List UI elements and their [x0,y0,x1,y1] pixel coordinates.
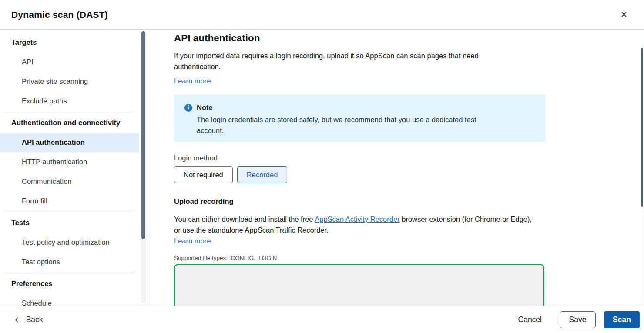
sidebar-section-targets: Targets [0,33,139,52]
appscan-activity-recorder-link[interactable]: AppScan Activity Recorder [315,215,399,223]
sidebar-item-http-authentication[interactable]: HTTP authentication [0,152,139,172]
dialog-footer: ‹ Back Cancel Save Scan [0,306,644,333]
sidebar-item-test-policy[interactable]: Test policy and optimization [0,233,139,252]
dialog-body: Targets API Private site scanning Exclud… [0,30,644,306]
intro-text: If your imported data requires a login r… [174,50,518,72]
note-header: i Note [184,103,535,112]
login-method-recorded-button[interactable]: Recorded [237,166,288,183]
login-method-label: Login method [174,154,545,162]
login-method-not-required-button[interactable]: Not required [174,166,233,183]
dynamic-scan-dialog: Dynamic scan (DAST) ✕ Targets API Privat… [0,0,644,333]
sidebar-divider [3,212,134,212]
sidebar-item-api[interactable]: API [0,52,139,72]
sidebar-item-api-authentication[interactable]: API authentication [0,133,139,152]
content-scrollbar-thumb[interactable] [641,48,643,207]
chevron-left-icon: ‹ [15,313,19,325]
info-icon: i [184,104,192,112]
sidebar-section-authentication: Authentication and connectivity [0,113,139,133]
note-box: i Note The login credentials are stored … [174,95,545,142]
upload-text-before-link: You can either download and install the … [174,215,315,223]
sidebar-item-test-options[interactable]: Test options [0,252,139,272]
main-panel: API authentication If your imported data… [148,30,644,306]
note-title: Note [197,103,213,112]
sidebar-item-communication[interactable]: Communication [0,172,139,191]
sidebar-divider [3,273,134,273]
login-method-toggle-group: Not required Recorded [174,166,545,183]
sidebar-item-private-site-scanning[interactable]: Private site scanning [0,72,139,91]
back-label: Back [26,315,43,324]
upload-recording-title: Upload recording [174,197,545,206]
api-authentication-content: API authentication If your imported data… [174,32,545,306]
note-text: The login credentials are stored safely,… [197,114,501,136]
settings-sidebar: Targets API Private site scanning Exclud… [0,30,148,306]
dialog-header: Dynamic scan (DAST) ✕ [0,0,644,30]
sidebar-list: Targets API Private site scanning Exclud… [0,30,148,306]
upload-description: You can either download and install the … [174,214,540,246]
close-icon[interactable]: ✕ [618,8,630,21]
sidebar-scrollbar-thumb[interactable] [141,31,145,239]
sidebar-divider [3,112,134,112]
scan-button[interactable]: Scan [604,311,640,328]
sidebar-section-tests: Tests [0,213,139,233]
back-button[interactable]: ‹ Back [15,315,43,325]
dialog-title: Dynamic scan (DAST) [11,10,108,20]
supported-file-types: Supported file types: .CONFIG, .LOGIN [174,255,545,261]
file-upload-dropzone[interactable] [174,264,544,306]
page-title: API authentication [174,32,545,44]
sidebar-item-exclude-paths[interactable]: Exclude paths [0,91,139,111]
save-button[interactable]: Save [560,311,596,328]
upload-learn-more-link[interactable]: Learn more [174,237,211,245]
cancel-button[interactable]: Cancel [512,312,548,328]
sidebar-item-schedule[interactable]: Schedule [0,293,139,306]
footer-actions: Cancel Save Scan [512,311,640,328]
sidebar-item-form-fill[interactable]: Form fill [0,191,139,211]
learn-more-link[interactable]: Learn more [174,77,211,85]
sidebar-section-preferences: Preferences [0,274,139,293]
